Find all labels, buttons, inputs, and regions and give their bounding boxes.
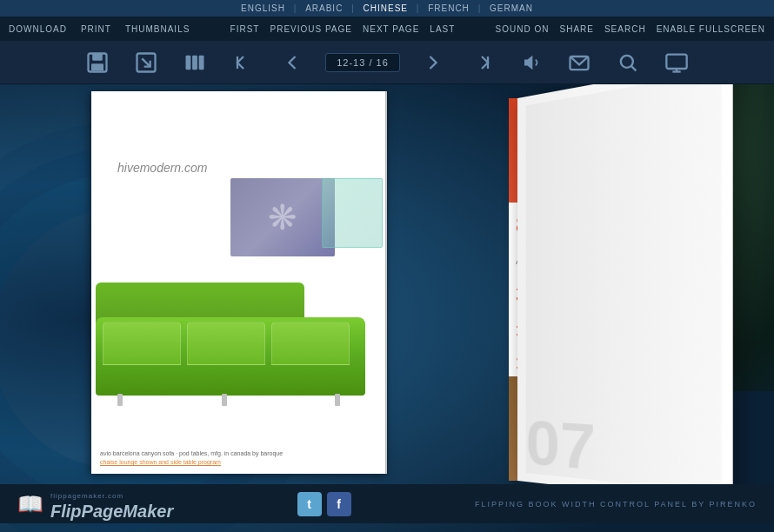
- svg-rect-7: [199, 55, 204, 69]
- columns-icon[interactable]: [179, 47, 210, 78]
- sofa-wrapper: [91, 239, 387, 413]
- nav-center: FIRST PREVIOUS PAGE NEXT PAGE LAST: [190, 24, 495, 34]
- cushion-1: [103, 322, 181, 365]
- save-icon-svg: [85, 50, 110, 75]
- toolbar: 12-13 / 16: [0, 41, 774, 84]
- lang-french[interactable]: FRENCH: [428, 3, 470, 13]
- sofa-leg-right: [335, 394, 340, 406]
- svg-point-12: [621, 55, 633, 67]
- sofa-leg-center: [222, 394, 227, 406]
- last-page-icon-svg: [470, 50, 494, 75]
- svg-rect-14: [666, 54, 686, 68]
- sound-icon[interactable]: [515, 47, 546, 78]
- caption-line2[interactable]: chaise lounge shown and side table progr…: [100, 458, 283, 467]
- print-button[interactable]: PRINT: [81, 24, 111, 34]
- search-icon[interactable]: [612, 47, 644, 78]
- lang-english[interactable]: ENGLISH: [241, 3, 285, 13]
- sound-icon-svg: [518, 50, 543, 75]
- last-page-icon[interactable]: [466, 47, 497, 78]
- social-icons: t f: [297, 492, 351, 516]
- page-indicator: 12-13 / 16: [325, 53, 400, 72]
- lang-arabic[interactable]: ARABIC: [305, 3, 343, 13]
- svg-rect-2: [91, 63, 103, 70]
- lang-german[interactable]: GERMAN: [490, 3, 533, 13]
- page-left: hivemodern.com avio barcelona canyon s: [91, 91, 387, 474]
- first-page-icon[interactable]: [228, 47, 259, 78]
- svg-line-4: [143, 58, 150, 66]
- page-center-shadow: [385, 91, 389, 474]
- next-page-button[interactable]: NEXT PAGE: [363, 24, 419, 34]
- svg-marker-10: [524, 55, 532, 69]
- previous-page-button[interactable]: PREVIOUS PAGE: [270, 24, 352, 34]
- flipbook-logo: 📖 flippagemaker.com FlipPageMaker: [17, 486, 173, 522]
- monitor-icon[interactable]: [661, 47, 692, 78]
- flip-inner: 07: [517, 59, 733, 505]
- prev-page-icon[interactable]: [277, 47, 308, 78]
- cushion-3: [271, 322, 350, 365]
- svg-rect-5: [186, 55, 191, 69]
- lang-chinese[interactable]: CHINESE: [364, 3, 408, 13]
- cushion-2: [187, 322, 265, 365]
- page-flip: 07: [517, 59, 733, 505]
- flip-number: 07: [526, 412, 596, 481]
- sofa-seat: [96, 317, 365, 396]
- caption-line1: avio barcelona canyon sofa · pod tables,…: [100, 449, 283, 458]
- glass-table-image: [322, 178, 383, 248]
- first-page-icon-svg: [231, 50, 256, 75]
- book-icon: 📖: [17, 492, 43, 516]
- prev-page-icon-svg: [280, 50, 304, 75]
- flip-content: 07: [526, 70, 722, 493]
- page-caption: avio barcelona canyon sofa · pod tables,…: [100, 449, 283, 467]
- export-icon-svg: [134, 50, 158, 75]
- first-button[interactable]: FIRST: [230, 24, 260, 34]
- bottom-tagline: FLIPPING BOOK WIDTH CONTROL PANEL BY PIR…: [475, 500, 757, 509]
- email-icon[interactable]: [564, 47, 595, 78]
- share-button[interactable]: SHARE: [559, 24, 593, 34]
- last-button[interactable]: LAST: [430, 24, 455, 34]
- sound-on-button[interactable]: SOUND ON: [496, 24, 550, 34]
- svg-rect-1: [92, 53, 103, 60]
- svg-rect-6: [192, 55, 197, 69]
- svg-line-13: [631, 66, 636, 70]
- monitor-icon-svg: [664, 50, 689, 75]
- twitter-button[interactable]: t: [297, 492, 322, 516]
- nav-right: SOUND ON SHARE SEARCH ENABLE FULLSCREEN: [496, 24, 765, 34]
- facebook-button[interactable]: f: [327, 492, 351, 516]
- thumbnails-button[interactable]: THUMBNAILS: [125, 24, 190, 34]
- columns-icon-svg: [183, 50, 207, 75]
- logo-name: FlipPageMaker: [50, 502, 173, 522]
- book-container: hivemodern.com avio barcelona canyon s: [91, 91, 683, 474]
- search-button[interactable]: SEARCH: [604, 24, 646, 34]
- export-icon[interactable]: [130, 47, 162, 78]
- bottom-bar: 📖 flippagemaker.com FlipPageMaker t f FL…: [0, 484, 774, 523]
- site-url: hivemodern.com: [117, 161, 208, 175]
- search-icon-svg: [616, 50, 640, 75]
- email-icon-svg: [567, 50, 591, 75]
- nav-left: DOWNLOAD PRINT THUMBNAILS: [9, 24, 190, 34]
- next-page-icon[interactable]: [417, 47, 449, 78]
- sofa-leg-left: [117, 394, 123, 406]
- download-button[interactable]: DOWNLOAD: [9, 24, 67, 34]
- language-bar: ENGLISH | ARABIC | CHINESE | FRENCH | GE…: [0, 0, 774, 17]
- logo-url: flippagemaker.com: [50, 492, 123, 500]
- top-navigation: DOWNLOAD PRINT THUMBNAILS FIRST PREVIOUS…: [0, 17, 774, 41]
- save-icon[interactable]: [82, 47, 113, 78]
- main-area: hivemodern.com avio barcelona canyon s: [0, 84, 774, 484]
- fullscreen-button[interactable]: ENABLE FULLSCREEN: [657, 24, 765, 34]
- next-page-icon-svg: [421, 50, 445, 75]
- logo-text-container: flippagemaker.com FlipPageMaker: [50, 486, 173, 522]
